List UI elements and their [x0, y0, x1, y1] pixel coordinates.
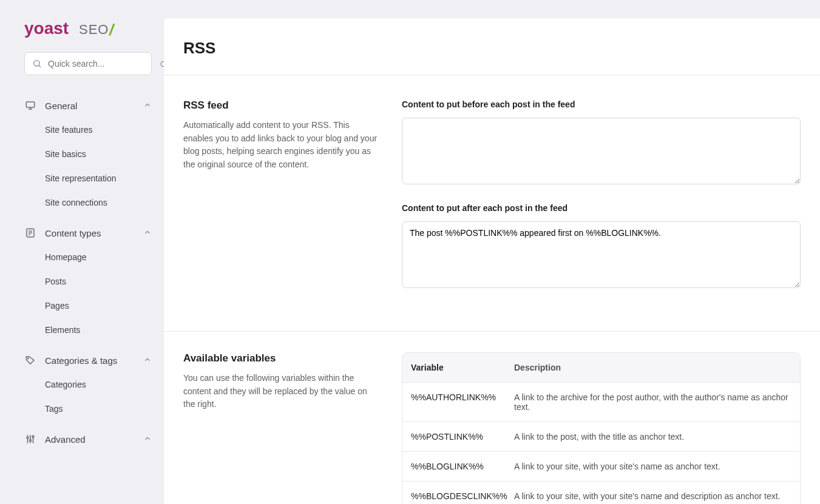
var-desc: A link to the post, with the title as an…	[514, 432, 791, 442]
sidebar: yoast SEO / CtrlK General	[0, 0, 164, 504]
table-row: %%BLOGLINK%% A link to your site, with y…	[402, 452, 800, 482]
sidebar-item-homepage[interactable]: Homepage	[45, 245, 152, 269]
tag-icon	[24, 354, 36, 366]
logo: yoast SEO /	[24, 18, 152, 40]
svg-rect-5	[26, 102, 35, 107]
sidebar-item-site-features[interactable]: Site features	[45, 118, 152, 142]
rss-feed-desc: Automatically add content to your RSS. T…	[183, 119, 378, 172]
svg-text:SEO: SEO	[79, 22, 109, 37]
nav-group-content-types[interactable]: Content types	[24, 221, 152, 245]
svg-point-3	[34, 61, 39, 66]
sidebar-item-elements[interactable]: Elements	[45, 318, 152, 342]
var-name: %%BLOGDESCLINK%%	[411, 491, 514, 501]
page-title: RSS	[164, 18, 820, 75]
sidebar-item-pages[interactable]: Pages	[45, 294, 152, 318]
monitor-icon	[24, 99, 36, 112]
sidebar-item-tags[interactable]: Tags	[45, 397, 152, 421]
variables-desc: You can use the following variables with…	[183, 372, 378, 411]
svg-text:/: /	[109, 21, 115, 39]
sidebar-item-posts[interactable]: Posts	[45, 269, 152, 294]
sidebar-item-categories[interactable]: Categories	[45, 372, 152, 397]
chevron-up-icon	[143, 228, 152, 238]
table-row: %%BLOGDESCLINK%% A link to your site, wi…	[402, 482, 800, 504]
svg-line-4	[39, 66, 41, 67]
nav-group-label: General	[45, 101, 77, 111]
table-header-description: Description	[514, 363, 791, 372]
search-input[interactable]	[48, 59, 154, 69]
content-icon	[24, 227, 36, 239]
after-label: Content to put after each post in the fe…	[402, 203, 801, 213]
var-desc: A link to your site, with your site's na…	[514, 462, 791, 471]
table-header-variable: Variable	[411, 363, 514, 372]
svg-point-12	[28, 358, 29, 359]
chevron-up-icon	[143, 101, 152, 111]
nav-group-categories-tags[interactable]: Categories & tags	[24, 348, 152, 372]
main-content: RSS RSS feed Automatically add content t…	[164, 18, 820, 504]
svg-point-14	[27, 437, 29, 438]
before-textarea[interactable]	[402, 118, 801, 184]
variables-heading: Available variables	[183, 352, 378, 365]
svg-text:yoast: yoast	[24, 19, 69, 38]
sidebar-item-site-basics[interactable]: Site basics	[45, 142, 152, 166]
search-icon	[32, 58, 42, 70]
chevron-up-icon	[143, 434, 152, 445]
sidebar-nav: General Site features Site basics Site r…	[24, 93, 152, 451]
var-name: %%AUTHORLINK%%	[411, 392, 514, 412]
rss-feed-section: RSS feed Automatically add content to yo…	[164, 75, 820, 331]
var-name: %%POSTLINK%%	[411, 432, 514, 442]
chevron-up-icon	[143, 355, 152, 366]
before-label: Content to put before each post in the f…	[402, 99, 801, 109]
table-row: %%AUTHORLINK%% A link to the archive for…	[402, 383, 800, 422]
sliders-icon	[24, 433, 36, 445]
var-desc: A link to your site, with your site's na…	[514, 491, 791, 501]
sidebar-item-site-representation[interactable]: Site representation	[45, 166, 152, 190]
rss-feed-heading: RSS feed	[183, 99, 378, 112]
after-textarea[interactable]	[402, 221, 801, 288]
search-box[interactable]: CtrlK	[24, 52, 152, 75]
variables-table: Variable Description %%AUTHORLINK%% A li…	[402, 352, 801, 504]
svg-point-18	[32, 436, 34, 438]
nav-group-label: Categories & tags	[45, 355, 117, 366]
var-name: %%BLOGLINK%%	[411, 462, 514, 471]
nav-group-general[interactable]: General	[24, 93, 152, 118]
var-desc: A link to the archive for the post autho…	[514, 392, 791, 412]
svg-point-16	[30, 440, 32, 442]
nav-group-advanced[interactable]: Advanced	[24, 427, 152, 451]
nav-group-label: Content types	[45, 228, 101, 238]
nav-group-label: Advanced	[45, 434, 86, 445]
table-row: %%POSTLINK%% A link to the post, with th…	[402, 422, 800, 452]
sidebar-item-site-connections[interactable]: Site connections	[45, 190, 152, 215]
variables-section: Available variables You can use the foll…	[164, 331, 820, 504]
